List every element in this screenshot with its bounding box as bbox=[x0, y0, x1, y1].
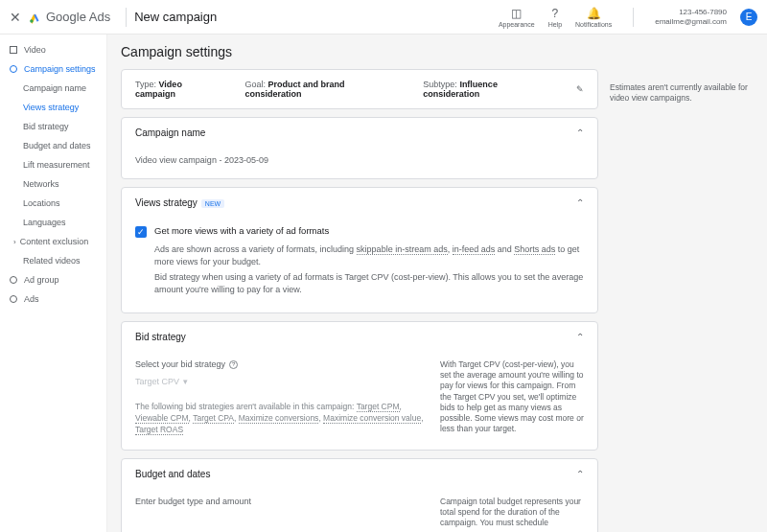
link-shorts[interactable]: Shorts ads bbox=[514, 244, 555, 255]
budget-dates-header[interactable]: Budget and dates ⌃ bbox=[122, 459, 597, 489]
sidebar-item-campaign-settings[interactable]: Campaign settings bbox=[0, 59, 106, 79]
help-icon: ? bbox=[552, 7, 559, 20]
subtype-label: Subtype: bbox=[423, 80, 457, 89]
circle-icon bbox=[10, 295, 17, 303]
sidebar-item-ads[interactable]: Ads bbox=[0, 289, 106, 309]
bid-select-label: Select your bid strategy ? bbox=[135, 359, 425, 369]
sidebar-item-views-strategy[interactable]: Views strategy bbox=[0, 98, 106, 117]
campaign-name-card: Campaign name ⌃ Video view campaign - 20… bbox=[121, 117, 598, 179]
ad-formats-checkbox[interactable]: ✓ bbox=[135, 226, 147, 238]
pencil-icon[interactable]: ✎ bbox=[576, 84, 584, 94]
bell-icon: 🔔 bbox=[587, 7, 601, 20]
sidebar-item-lift-measurement[interactable]: Lift measurement bbox=[0, 155, 106, 174]
campaign-name-header[interactable]: Campaign name ⌃ bbox=[122, 118, 597, 148]
views-strategy-header[interactable]: Views strategyNEW ⌃ bbox=[122, 188, 597, 218]
appearance-icon: ◫ bbox=[511, 7, 522, 20]
type-label: Type: bbox=[135, 80, 156, 89]
views-strategy-card: Views strategyNEW ⌃ ✓ Get more views wit… bbox=[121, 187, 598, 313]
bid-strategy-header[interactable]: Bid strategy ⌃ bbox=[122, 322, 597, 352]
content-heading: Campaign settings bbox=[121, 44, 598, 59]
sidebar-item-content-exclusion[interactable]: ›Content exclusion bbox=[0, 232, 106, 251]
google-ads-logo: Google Ads bbox=[29, 10, 110, 24]
sidebar-item-budget-dates[interactable]: Budget and dates bbox=[0, 136, 106, 155]
divider bbox=[126, 8, 127, 27]
chevron-up-icon: ⌃ bbox=[576, 469, 584, 479]
account-email: emailme@gmail.com bbox=[655, 17, 727, 27]
help-button[interactable]: ?Help bbox=[548, 7, 562, 28]
sidebar-item-languages[interactable]: Languages bbox=[0, 213, 106, 232]
sidebar-item-bid-strategy[interactable]: Bid strategy bbox=[0, 117, 106, 136]
views-desc-1: Ads are shown across a variety of format… bbox=[154, 243, 584, 267]
budget-dates-card: Budget and dates ⌃ Enter budget type and… bbox=[121, 458, 598, 532]
chevron-right-icon: › bbox=[13, 238, 16, 246]
sidebar-item-networks[interactable]: Networks bbox=[0, 174, 106, 194]
account-id: 123-456-7890 bbox=[679, 8, 727, 17]
budget-enter-label: Enter budget type and amount bbox=[135, 497, 425, 506]
divider bbox=[633, 8, 634, 27]
chevron-down-icon: ▾ bbox=[183, 377, 188, 386]
avatar[interactable]: E bbox=[740, 9, 757, 26]
sidebar-item-ad-group[interactable]: Ad group bbox=[0, 270, 106, 289]
ad-formats-label: Get more views with a variety of ad form… bbox=[154, 225, 329, 236]
link-skippable[interactable]: skippable in-stream ads bbox=[357, 244, 448, 255]
svg-point-0 bbox=[30, 19, 34, 23]
appearance-button[interactable]: ◫Appearance bbox=[499, 7, 535, 28]
unavailable-strategies: The following bid strategies aren't avai… bbox=[135, 402, 425, 436]
estimates-note: Estimates aren't currently available for… bbox=[610, 44, 754, 522]
circle-icon bbox=[10, 65, 17, 73]
circle-icon bbox=[10, 276, 17, 284]
info-icon[interactable]: ? bbox=[229, 360, 238, 369]
product-name: Google Ads bbox=[46, 10, 110, 24]
notifications-button[interactable]: 🔔Notifications bbox=[575, 7, 612, 28]
account-info[interactable]: 123-456-7890 emailme@gmail.com bbox=[655, 8, 727, 26]
goal-label: Goal: bbox=[244, 80, 266, 89]
sidebar-item-video[interactable]: Video bbox=[0, 40, 106, 59]
sidebar: Video Campaign settings Campaign name Vi… bbox=[0, 35, 107, 532]
bid-strategy-select[interactable]: Target CPV ▾ bbox=[135, 377, 425, 386]
square-icon bbox=[10, 46, 17, 54]
link-in-feed[interactable]: in-feed ads bbox=[453, 244, 496, 255]
sidebar-item-campaign-name[interactable]: Campaign name bbox=[0, 79, 106, 98]
bid-strategy-card: Bid strategy ⌃ Select your bid strategy … bbox=[121, 321, 598, 451]
sidebar-item-locations[interactable]: Locations bbox=[0, 194, 106, 213]
chevron-up-icon: ⌃ bbox=[576, 127, 584, 138]
summary-card: Type: Video campaign Goal: Product and b… bbox=[121, 69, 598, 109]
views-desc-2: Bid strategy when using a variety of ad … bbox=[154, 271, 584, 295]
app-header: ✕ Google Ads New campaign ◫Appearance ?H… bbox=[0, 0, 767, 35]
campaign-name-value: Video view campaign - 2023-05-09 bbox=[135, 155, 268, 165]
bid-help-text: With Target CPV (cost-per-view), you set… bbox=[440, 359, 584, 436]
chevron-up-icon: ⌃ bbox=[576, 197, 584, 208]
chevron-up-icon: ⌃ bbox=[576, 332, 584, 342]
sidebar-item-related-videos[interactable]: Related videos bbox=[0, 251, 106, 270]
close-icon[interactable]: ✕ bbox=[10, 10, 21, 25]
new-badge: NEW bbox=[201, 199, 224, 208]
page-title: New campaign bbox=[134, 10, 217, 24]
budget-help-text: Campaign total budget represents your to… bbox=[440, 497, 584, 528]
